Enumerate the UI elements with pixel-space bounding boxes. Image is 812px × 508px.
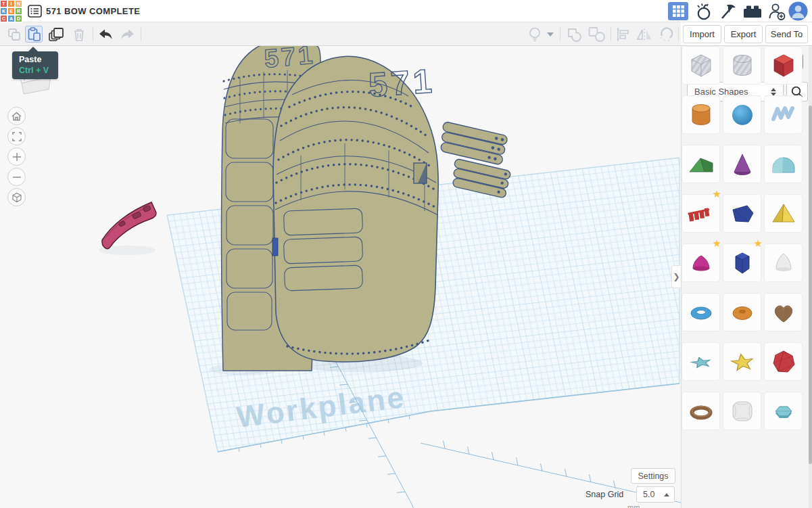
snap-grid-select[interactable]: 5.0 bbox=[636, 486, 675, 503]
model-number-front: 571 bbox=[367, 62, 436, 104]
shape-gem[interactable] bbox=[764, 392, 803, 430]
shape-dice[interactable] bbox=[723, 392, 761, 430]
shape-torus[interactable] bbox=[682, 293, 720, 331]
shape-star[interactable] bbox=[723, 342, 761, 381]
shape-torus-thick[interactable] bbox=[723, 293, 761, 331]
shape-heart[interactable] bbox=[764, 293, 803, 331]
star-badge: ★ bbox=[713, 237, 721, 250]
shape-icosahedron[interactable] bbox=[764, 342, 803, 381]
logo-cell: E bbox=[7, 7, 15, 15]
magnet-icon bbox=[657, 26, 675, 43]
duplicate-icon bbox=[49, 27, 64, 42]
lego-export-button[interactable] bbox=[742, 2, 763, 20]
shape-box[interactable] bbox=[764, 46, 803, 85]
shape-scribble[interactable] bbox=[764, 95, 803, 134]
shape-cylinder[interactable] bbox=[682, 95, 720, 134]
mirror-icon bbox=[636, 28, 652, 41]
profile-avatar[interactable] bbox=[788, 1, 808, 21]
lightbulb-icon bbox=[529, 27, 541, 42]
undo-button[interactable] bbox=[97, 26, 114, 43]
chevron-down-icon bbox=[547, 32, 554, 37]
redo-button[interactable] bbox=[119, 26, 137, 43]
group-icon bbox=[566, 26, 582, 43]
magnet-button[interactable] bbox=[657, 26, 675, 43]
ungroup-button[interactable] bbox=[588, 26, 606, 43]
plus-icon bbox=[12, 152, 22, 162]
shape-paraboloid[interactable]: ★ bbox=[682, 244, 720, 282]
tinkercad-logo[interactable]: T I N K E R C A D bbox=[0, 0, 22, 22]
snap-grid-value: 5.0 bbox=[637, 490, 664, 499]
settings-button[interactable]: Settings bbox=[631, 468, 675, 484]
export-button[interactable]: Export bbox=[724, 25, 763, 43]
model-pink-blade[interactable] bbox=[102, 202, 156, 249]
model-bow-front[interactable]: 571 bbox=[272, 56, 438, 362]
invite-button[interactable] bbox=[767, 2, 787, 20]
logo-cell: I bbox=[7, 0, 15, 7]
align-button[interactable] bbox=[614, 26, 631, 43]
snap-grid-label: Snap Grid bbox=[586, 490, 623, 499]
model-fin-slats-upper[interactable] bbox=[437, 121, 508, 165]
duplicate-button[interactable] bbox=[47, 26, 65, 43]
shape-cone[interactable] bbox=[723, 145, 761, 183]
logo-cell: R bbox=[15, 7, 22, 15]
shape-box-hole[interactable] bbox=[682, 46, 720, 85]
viewport-3d[interactable]: Workplane bbox=[0, 46, 681, 508]
home-icon bbox=[11, 112, 22, 121]
bulb-dropdown-button[interactable] bbox=[545, 26, 556, 43]
shape-sphere[interactable] bbox=[723, 95, 761, 134]
paste-tooltip: Paste Ctrl + V bbox=[12, 51, 58, 79]
perspective-cube-icon bbox=[11, 192, 22, 203]
group-button[interactable] bbox=[565, 26, 583, 43]
shape-pyramid[interactable] bbox=[764, 194, 803, 233]
perspective-toggle-button[interactable] bbox=[7, 188, 26, 206]
lego-brick-icon bbox=[743, 4, 762, 19]
shape-text[interactable]: ★ bbox=[682, 194, 720, 233]
copy-button[interactable] bbox=[5, 26, 23, 43]
model-number-back: 571 bbox=[263, 46, 316, 73]
caret-up-icon bbox=[771, 88, 776, 91]
shape-ring[interactable] bbox=[682, 392, 720, 430]
sim-lab-apple-icon bbox=[695, 2, 713, 21]
shape-star-thin[interactable] bbox=[682, 342, 720, 381]
zoom-out-button[interactable] bbox=[7, 168, 26, 186]
import-button[interactable]: Import bbox=[683, 25, 721, 43]
minus-icon bbox=[12, 172, 22, 182]
hide-selected-button[interactable] bbox=[526, 26, 544, 43]
minecraft-pickaxe-icon bbox=[719, 2, 738, 21]
paste-icon bbox=[28, 27, 41, 41]
shape-cylinder-hole[interactable] bbox=[723, 46, 761, 85]
logo-cell: T bbox=[0, 0, 7, 7]
sim-lab-button[interactable] bbox=[694, 2, 714, 20]
ungroup-icon bbox=[588, 26, 606, 43]
shape-roof[interactable] bbox=[682, 145, 720, 183]
delete-button[interactable] bbox=[70, 26, 88, 43]
shape-hexagonal-prism[interactable]: ★ bbox=[723, 244, 761, 282]
star-badge: ★ bbox=[713, 188, 721, 200]
top-bar: T I N K E R C A D 571 BOW COMPLETE bbox=[0, 0, 812, 22]
panel-scrollbar-thumb[interactable] bbox=[809, 106, 812, 464]
design-title[interactable]: 571 BOW COMPLETE bbox=[46, 6, 140, 16]
logo-cell: D bbox=[15, 15, 22, 22]
design-menu-icon[interactable] bbox=[28, 5, 43, 18]
shape-rounded-cone[interactable] bbox=[764, 244, 803, 282]
star-badge: ★ bbox=[754, 237, 763, 250]
paste-tooltip-label: Paste bbox=[19, 55, 58, 64]
mirror-button[interactable] bbox=[636, 26, 653, 43]
designs-grid-button[interactable] bbox=[668, 2, 688, 20]
paste-button[interactable] bbox=[25, 26, 43, 43]
logo-cell: N bbox=[15, 0, 22, 7]
undo-icon bbox=[98, 28, 113, 41]
home-view-button[interactable] bbox=[7, 107, 26, 125]
logo-cell: C bbox=[0, 15, 7, 22]
units-label: mm bbox=[627, 503, 640, 508]
add-person-icon bbox=[767, 2, 786, 21]
paste-tooltip-shortcut: Ctrl + V bbox=[19, 66, 58, 75]
minecraft-export-button[interactable] bbox=[718, 2, 738, 20]
shape-round-roof[interactable] bbox=[764, 145, 803, 183]
zoom-in-button[interactable] bbox=[7, 147, 26, 166]
send-to-button[interactable]: Send To bbox=[765, 25, 808, 43]
panel-collapse-handle[interactable]: ❯ bbox=[671, 265, 681, 288]
align-icon bbox=[615, 27, 630, 42]
fit-view-button[interactable] bbox=[7, 127, 26, 145]
shape-polygon[interactable] bbox=[723, 194, 761, 233]
